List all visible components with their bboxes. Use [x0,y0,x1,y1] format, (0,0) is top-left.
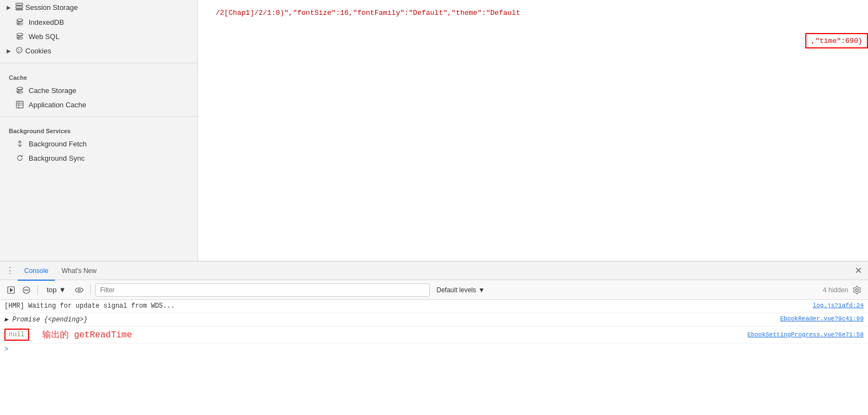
dropdown-arrow: ▼ [59,286,66,294]
sidebar-item-label: Background Sync [29,154,85,162]
prompt-icon: > [4,346,8,353]
null-message-content: null 输出的 getReadTime [4,329,743,341]
json-content: /2[Chap1]/2/1:0)","fontSize":16,"fontFam… [207,4,859,21]
svg-point-3 [17,19,23,21]
svg-point-9 [20,50,21,51]
svg-point-5 [17,33,23,35]
filter-input[interactable] [95,283,430,297]
svg-rect-2 [16,9,23,10]
sidebar-item-background-sync[interactable]: Background Sync [0,151,197,165]
sidebar-item-label: Session Storage [25,3,78,12]
highlight-text: ,"time":690} [811,37,862,45]
svg-point-23 [78,289,80,291]
storage-icon [15,3,23,12]
sidebar-item-label: Background Fetch [29,140,87,148]
hmr-message-link[interactable]: log.js?1afd:24 [813,302,864,309]
bg-fetch-icon [15,139,24,148]
sidebar-item-cache-storage[interactable]: Cache Storage [0,83,197,97]
svg-point-11 [17,87,23,89]
cookie-icon [15,46,23,56]
execute-button[interactable] [4,283,18,297]
settings-button[interactable] [850,283,864,297]
sidebar-item-label: IndexedDB [29,18,64,26]
drag-handle[interactable]: ⋮ [2,261,18,280]
console-tabs: ⋮ Console What's New ✕ [0,261,868,280]
svg-point-24 [856,288,859,291]
sidebar-item-application-cache[interactable]: Application Cache [0,97,197,112]
promise-message-text: ▶ Promise {<pending>} [4,315,776,324]
null-message-link[interactable]: EbookSettingProgress.vue?6e71:58 [748,331,864,338]
svg-point-10 [18,51,19,52]
clear-console-button[interactable] [20,283,33,297]
console-prompt: > [0,343,868,356]
expand-arrow-icon: ▶ [7,4,13,10]
db-icon [15,32,24,41]
hidden-count: 4 hidden [823,286,848,294]
divider [0,63,197,63]
svg-point-7 [17,47,23,53]
svg-rect-0 [16,3,23,6]
toolbar-separator [37,285,38,295]
sync-icon [15,154,24,162]
sidebar-item-background-fetch[interactable]: Background Fetch [0,136,197,151]
console-message-promise: ▶ Promise {<pending>} EbookReader.vue?9c… [0,313,868,326]
cache-section-header: Cache [0,68,197,83]
levels-arrow: ▼ [479,286,485,294]
svg-marker-19 [10,288,13,292]
eye-button[interactable] [73,283,86,297]
context-selector[interactable]: top ▼ [42,285,70,295]
console-input[interactable] [8,346,864,353]
console-toolbar: top ▼ Default levels ▼ 4 hidden [0,280,868,300]
table-icon [15,100,24,109]
promise-message-link[interactable]: EbookReader.vue?9c41:99 [780,315,864,322]
sidebar: ▶ Session Storage [0,0,198,261]
divider [0,116,197,117]
console-messages: [HMR] Waiting for update signal from WDS… [0,300,868,415]
cache-storage-icon [15,86,24,95]
expand-arrow-icon: ▶ [7,48,13,54]
tab-whats-new[interactable]: What's New [55,262,103,281]
sidebar-item-session-storage[interactable]: ▶ Session Storage [0,0,197,15]
devtools-container: ▶ Session Storage [0,0,868,415]
console-message-null: null 输出的 getReadTime EbookSettingProgres… [0,326,868,343]
console-message-hmr: [HMR] Waiting for update signal from WDS… [0,300,868,313]
sidebar-item-indexeddb[interactable]: IndexedDB [0,15,197,29]
svg-point-8 [18,48,19,50]
tab-console[interactable]: Console [18,262,55,281]
sidebar-item-cookies[interactable]: ▶ Cookies [0,43,197,58]
svg-rect-13 [17,101,23,108]
toolbar-separator-2 [90,285,91,295]
highlight-box: ,"time":690} [805,33,868,48]
hmr-message-text: [HMR] Waiting for update signal from WDS… [4,302,809,310]
bg-services-header: Background Services [0,121,197,136]
null-value: null [4,329,29,341]
default-levels-button[interactable]: Default levels ▼ [432,285,489,295]
close-button[interactable]: ✕ [850,263,866,279]
bottom-panel: ⋮ Console What's New ✕ [0,261,868,415]
svg-point-22 [75,288,83,292]
annotation-text: 输出的 getReadTime [42,329,132,341]
context-label: top [47,286,57,294]
levels-label: Default levels [436,286,476,294]
sidebar-item-label: Web SQL [29,32,59,41]
sidebar-item-label: Cache Storage [29,86,76,95]
top-panel: ▶ Session Storage [0,0,868,261]
main-content: /2[Chap1]/2/1:0)","fontSize":16,"fontFam… [198,0,868,261]
db-icon [15,18,24,26]
sidebar-item-label: Application Cache [29,101,86,109]
sidebar-item-label: Cookies [25,47,51,55]
sidebar-item-web-sql[interactable]: Web SQL [0,29,197,43]
svg-rect-1 [16,6,23,8]
